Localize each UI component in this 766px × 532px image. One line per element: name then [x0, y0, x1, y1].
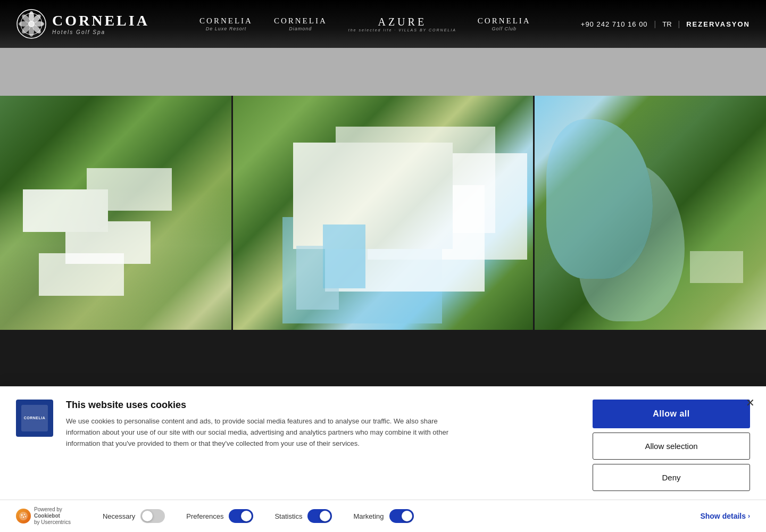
logo-sub-text: Hotels Golf Spa — [52, 29, 149, 35]
nav-brand-deluxe-sub: De Luxe Resort — [206, 26, 247, 31]
nav-brand-golf-main: CORNELIA — [478, 16, 531, 26]
nav-brand-azure[interactable]: AZURE the selected life · VILLAS BY CORN… — [348, 16, 456, 32]
nav-brand-diamond-main: CORNELIA — [274, 16, 327, 26]
header-divider: | — [654, 20, 656, 28]
language-selector[interactable]: TR — [662, 20, 671, 28]
nav-brand-deluxe-main: CORNELIA — [199, 16, 253, 26]
nav-brand-golf[interactable]: CORNELIA Golf Club — [478, 16, 531, 31]
logo-emblem-icon — [16, 9, 47, 39]
header-divider-2: | — [678, 20, 680, 28]
site-header: CORNELIA Hotels Golf Spa CORNELIA De Lux… — [0, 0, 766, 48]
main-nav: CORNELIA De Luxe Resort CORNELIA Diamond… — [149, 16, 581, 32]
main-image-area — [0, 96, 766, 330]
logo[interactable]: CORNELIA Hotels Golf Spa — [16, 9, 149, 39]
svg-point-10 — [28, 21, 35, 27]
nav-brand-golf-sub: Golf Club — [492, 26, 517, 31]
header-right: +90 242 710 16 00 | TR | REZERVASYON — [581, 20, 750, 28]
nav-brand-azure-sub: the selected life · VILLAS BY CORNELIA — [348, 28, 456, 32]
image-panel-right — [533, 96, 766, 330]
logo-main-text: CORNELIA — [52, 13, 149, 28]
nav-brand-diamond[interactable]: CORNELIA Diamond — [274, 16, 327, 31]
image-panel-center — [231, 96, 534, 330]
nav-brand-deluxe[interactable]: CORNELIA De Luxe Resort — [199, 16, 253, 31]
image-panel-left — [0, 96, 231, 330]
gray-band — [0, 48, 766, 96]
phone-number: +90 242 710 16 00 — [581, 20, 648, 28]
nav-brand-diamond-sub: Diamond — [289, 26, 312, 31]
reservation-button[interactable]: REZERVASYON — [686, 20, 750, 28]
nav-brand-azure-main: AZURE — [378, 16, 427, 28]
